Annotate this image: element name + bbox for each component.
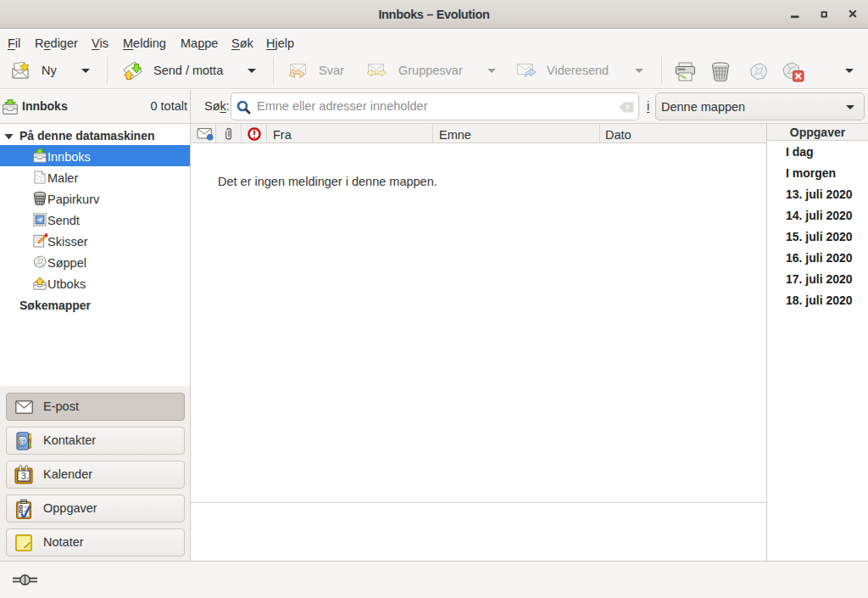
svg-text:3: 3 xyxy=(21,471,26,481)
